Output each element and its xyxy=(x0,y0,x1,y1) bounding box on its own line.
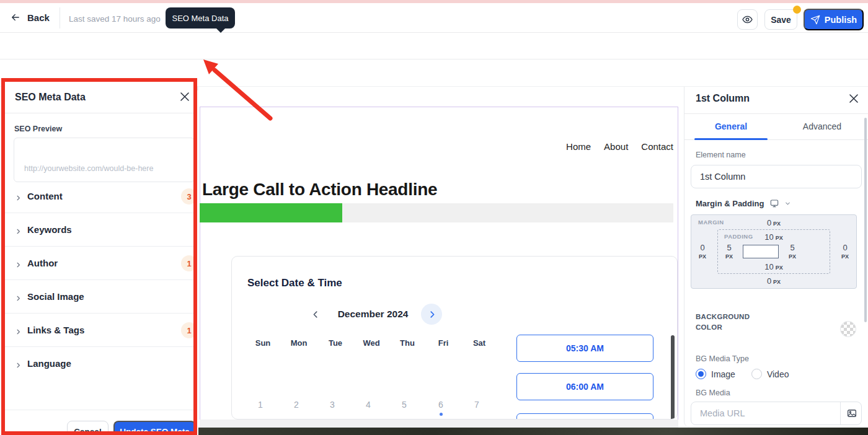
calendar-date[interactable]: 3 xyxy=(320,400,345,410)
content-box[interactable] xyxy=(743,245,779,258)
close-settings-panel-button[interactable] xyxy=(849,94,858,105)
preview-nav-home[interactable]: Home xyxy=(566,141,591,152)
accordion-label: Social Image xyxy=(27,291,84,302)
margin-padding-label: Margin & Padding xyxy=(696,199,764,208)
media-url-input[interactable] xyxy=(691,402,839,424)
active-tab-underline xyxy=(694,138,768,140)
weekday-label: Wed xyxy=(359,338,384,348)
chevron-right-icon xyxy=(15,193,22,204)
calendar-date-selected[interactable]: 6 xyxy=(428,400,453,410)
radio-image-selected[interactable] xyxy=(696,369,706,379)
weekday-label: Tue xyxy=(323,338,348,348)
seo-meta-tooltip: SEO Meta Data xyxy=(166,7,235,29)
column-settings-panel: 1st Column General Advanced Element name… xyxy=(684,87,868,428)
prev-month-button[interactable] xyxy=(311,310,321,322)
media-picker-button[interactable] xyxy=(841,402,862,424)
padding-right-value[interactable]: 5PX xyxy=(781,242,804,261)
calendar-date[interactable]: 1 xyxy=(248,400,273,410)
accordion-label: Links & Tags xyxy=(27,325,84,335)
back-label: Back xyxy=(27,12,50,23)
margin-label: MARGIN xyxy=(698,219,724,226)
background-color-label: COLOR xyxy=(696,323,722,331)
settings-tabs: General Advanced xyxy=(684,114,868,140)
weekday-label: Fri xyxy=(431,338,456,348)
calendar-date[interactable]: 4 xyxy=(356,400,381,410)
weekday-label: Sat xyxy=(467,338,492,348)
seo-preview-label: SEO Preview xyxy=(14,125,62,133)
time-slot-button[interactable]: 06:00 AM xyxy=(516,373,653,400)
builder-toolbar: home xyxy=(0,33,868,59)
month-label: December 2024 xyxy=(331,309,415,320)
box-model-editor[interactable]: MARGIN 0PX 0PX PADDING 10PX 5PX 5PX 10PX… xyxy=(691,214,857,289)
update-seo-meta-button[interactable]: Update SEO Meta xyxy=(113,421,193,431)
panel-title: 1st Column xyxy=(696,93,750,104)
booking-heading: Select Date & Time xyxy=(247,277,342,289)
count-badge: 1 xyxy=(181,255,193,271)
scrollbar-thumb[interactable] xyxy=(864,118,867,322)
background-color-swatch[interactable] xyxy=(840,321,856,337)
accordion-label: Author xyxy=(27,258,58,268)
preview-eye-button[interactable] xyxy=(737,9,758,30)
accordion-author[interactable]: Author 1 xyxy=(5,247,193,280)
radio-video-label[interactable]: Video xyxy=(767,369,789,379)
scrollbar-thumb[interactable] xyxy=(671,335,675,420)
divider xyxy=(5,113,193,113)
cancel-button[interactable]: Cancel xyxy=(67,421,108,431)
bg-media-type-label: BG Media Type xyxy=(696,354,749,363)
padding-left-value[interactable]: 5PX xyxy=(718,242,740,261)
divider xyxy=(60,7,60,29)
accordion-links-tags[interactable]: Links & Tags 1 xyxy=(5,314,193,347)
padding-bottom-value[interactable]: 10PX xyxy=(718,261,830,272)
chevron-right-icon xyxy=(15,327,22,338)
calendar-date[interactable]: 7 xyxy=(464,400,489,410)
chevron-right-icon xyxy=(15,293,22,304)
close-seo-panel-button[interactable] xyxy=(180,92,189,103)
background-color-label: BACKGROUND xyxy=(696,313,750,320)
top-bar: Back Last saved 17 hours ago Save Publis… xyxy=(0,3,868,33)
preview-nav-about[interactable]: About xyxy=(604,141,628,152)
preview-headline[interactable]: Large Call to Action Headline xyxy=(202,180,437,200)
publish-label: Publish xyxy=(825,15,857,25)
progress-track xyxy=(200,203,673,222)
time-slot-button[interactable] xyxy=(516,413,653,420)
accordion-content[interactable]: Content 3 xyxy=(5,180,193,213)
accordion-keywords[interactable]: Keywords xyxy=(5,213,193,247)
calendar-date[interactable]: 5 xyxy=(392,400,417,410)
unsaved-changes-dot xyxy=(793,6,801,14)
radio-image-label[interactable]: Image xyxy=(711,369,735,379)
accordion-label: Content xyxy=(27,191,63,201)
back-button[interactable]: Back xyxy=(10,12,50,23)
element-name-input[interactable] xyxy=(691,165,862,188)
margin-padding-header[interactable]: Margin & Padding xyxy=(696,198,791,208)
margin-bottom-value[interactable]: 0PX xyxy=(691,275,856,286)
seo-preview-box: http://yourwebsite.com/would-be-here xyxy=(14,138,193,182)
save-button[interactable]: Save xyxy=(764,9,797,30)
bg-media-input-group xyxy=(691,402,862,425)
tab-general[interactable]: General xyxy=(694,121,768,131)
margin-right-value[interactable]: 0PX xyxy=(834,228,856,275)
tab-advanced[interactable]: Advanced xyxy=(786,121,859,131)
margin-left-value[interactable]: 0PX xyxy=(691,228,714,275)
publish-button[interactable]: Publish xyxy=(804,9,864,30)
next-month-button[interactable] xyxy=(421,304,442,325)
radio-video[interactable] xyxy=(751,369,762,379)
booking-calendar-widget[interactable]: Select Date & Time December 2024 Sun Mon… xyxy=(231,256,678,420)
chevron-down-icon xyxy=(784,200,791,207)
last-saved-status: Last saved 17 hours ago xyxy=(69,14,161,24)
calendar-date[interactable]: 2 xyxy=(284,400,309,410)
count-badge: 3 xyxy=(181,188,193,204)
seo-preview-url-placeholder: http://yourwebsite.com/would-be-here xyxy=(24,164,153,173)
bg-media-label: BG Media xyxy=(696,389,730,397)
weekday-label: Thu xyxy=(395,338,420,348)
preview-nav-contact[interactable]: Contact xyxy=(641,141,673,152)
close-icon xyxy=(180,92,189,101)
next-section-image-strip xyxy=(198,428,868,435)
accordion-language[interactable]: Language xyxy=(5,347,193,380)
eye-icon xyxy=(742,14,753,25)
seo-meta-data-panel: SEO Meta Data SEO Preview http://yourweb… xyxy=(5,82,193,431)
chevron-right-icon xyxy=(15,260,22,271)
chevron-left-icon xyxy=(311,310,321,319)
send-icon xyxy=(810,15,820,25)
accordion-social-image[interactable]: Social Image xyxy=(5,280,193,314)
time-slot-button[interactable]: 05:30 AM xyxy=(516,335,653,362)
